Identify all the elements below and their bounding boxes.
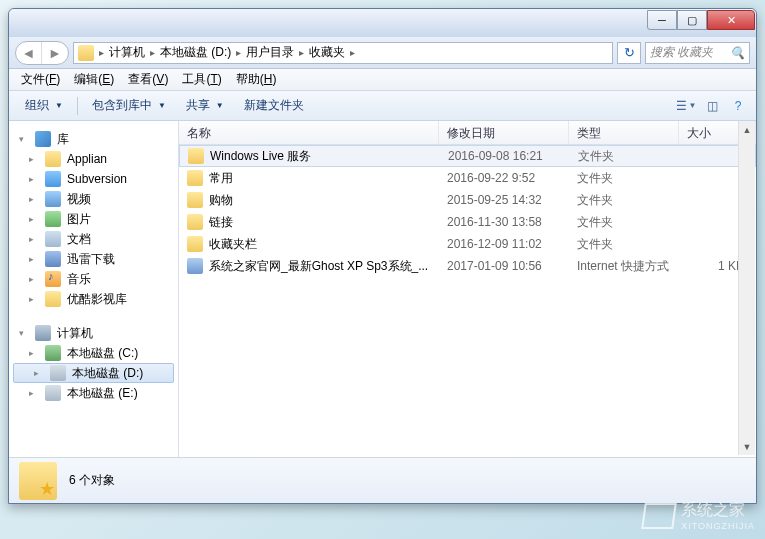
expand-icon[interactable]: ▸ bbox=[29, 214, 39, 224]
expand-icon[interactable]: ▸ bbox=[29, 274, 39, 284]
menu-edit[interactable]: 编辑(E) bbox=[68, 69, 120, 90]
expand-icon[interactable]: ▸ bbox=[29, 234, 39, 244]
vertical-scrollbar[interactable]: ▲ ▼ bbox=[738, 121, 755, 455]
window-controls: ─ ▢ ✕ bbox=[647, 10, 755, 30]
tree-item-drive-d[interactable]: ▸本地磁盘 (D:) bbox=[13, 363, 174, 383]
menu-help[interactable]: 帮助(H) bbox=[230, 69, 283, 90]
file-row[interactable]: 常用2016-09-22 9:52文件夹 bbox=[179, 167, 756, 189]
file-list[interactable]: Windows Live 服务2016-09-08 16:21文件夹常用2016… bbox=[179, 145, 756, 457]
collapse-icon[interactable]: ▾ bbox=[19, 328, 29, 338]
close-button[interactable]: ✕ bbox=[707, 10, 755, 30]
expand-icon[interactable]: ▸ bbox=[29, 154, 39, 164]
tree-item[interactable]: ▸图片 bbox=[9, 209, 178, 229]
tree-item[interactable]: ▸音乐 bbox=[9, 269, 178, 289]
file-pane: 名称 修改日期 类型 大小 Windows Live 服务2016-09-08 … bbox=[179, 121, 756, 457]
search-input[interactable]: 搜索 收藏夹 🔍 bbox=[645, 42, 750, 64]
refresh-button[interactable]: ↻ bbox=[617, 42, 641, 64]
file-row[interactable]: 系统之家官网_最新Ghost XP Sp3系统_...2017-01-09 10… bbox=[179, 255, 756, 277]
file-date: 2016-12-09 11:02 bbox=[439, 237, 569, 251]
expand-icon[interactable]: ▸ bbox=[29, 194, 39, 204]
breadcrumb-item[interactable]: 用户目录 bbox=[246, 44, 294, 61]
chevron-right-icon: ▸ bbox=[347, 47, 358, 58]
download-icon bbox=[45, 251, 61, 267]
chevron-right-icon: ▸ bbox=[147, 47, 158, 58]
file-row[interactable]: 收藏夹栏2016-12-09 11:02文件夹 bbox=[179, 233, 756, 255]
chevron-down-icon: ▼ bbox=[158, 101, 166, 110]
pictures-icon bbox=[45, 211, 61, 227]
breadcrumb[interactable]: ▸ 计算机 ▸ 本地磁盘 (D:) ▸ 用户目录 ▸ 收藏夹 ▸ bbox=[73, 42, 613, 64]
chevron-down-icon: ▼ bbox=[55, 101, 63, 110]
breadcrumb-item[interactable]: 计算机 bbox=[109, 44, 145, 61]
tree-item[interactable]: ▸Subversion bbox=[9, 169, 178, 189]
view-options-button[interactable]: ☰▼ bbox=[676, 96, 696, 116]
tree-item[interactable]: ▸迅雷下载 bbox=[9, 249, 178, 269]
file-name: Windows Live 服务 bbox=[210, 148, 311, 165]
column-type[interactable]: 类型 bbox=[569, 121, 679, 144]
file-date: 2016-11-30 13:58 bbox=[439, 215, 569, 229]
nav-buttons: ◄ ► bbox=[15, 41, 69, 65]
share-button[interactable]: 共享▼ bbox=[178, 94, 232, 117]
tree-item[interactable]: ▸优酷影视库 bbox=[9, 289, 178, 309]
file-type: 文件夹 bbox=[570, 148, 680, 165]
new-folder-button[interactable]: 新建文件夹 bbox=[236, 94, 312, 117]
tree-item[interactable]: ▸文档 bbox=[9, 229, 178, 249]
folder-icon bbox=[187, 214, 203, 230]
back-button[interactable]: ◄ bbox=[16, 42, 42, 64]
column-date[interactable]: 修改日期 bbox=[439, 121, 569, 144]
tree-group-computer: ▾计算机 ▸本地磁盘 (C:) ▸本地磁盘 (D:) ▸本地磁盘 (E:) bbox=[9, 323, 178, 403]
include-library-button[interactable]: 包含到库中▼ bbox=[84, 94, 174, 117]
folder-icon bbox=[78, 45, 94, 61]
menu-tools[interactable]: 工具(T) bbox=[176, 69, 227, 90]
tree-libraries[interactable]: ▾库 bbox=[9, 129, 178, 149]
file-name: 链接 bbox=[209, 214, 233, 231]
forward-button[interactable]: ► bbox=[42, 42, 68, 64]
scroll-up-button[interactable]: ▲ bbox=[739, 121, 755, 138]
file-type: 文件夹 bbox=[569, 236, 679, 253]
column-name[interactable]: 名称 bbox=[179, 121, 439, 144]
scroll-down-button[interactable]: ▼ bbox=[739, 438, 755, 455]
folder-icon bbox=[45, 151, 61, 167]
expand-icon[interactable]: ▸ bbox=[29, 388, 39, 398]
file-row[interactable]: Windows Live 服务2016-09-08 16:21文件夹 bbox=[179, 145, 756, 167]
file-row[interactable]: 链接2016-11-30 13:58文件夹 bbox=[179, 211, 756, 233]
tree-computer[interactable]: ▾计算机 bbox=[9, 323, 178, 343]
file-name: 系统之家官网_最新Ghost XP Sp3系统_... bbox=[209, 258, 428, 275]
watermark: 系统之家 XITONGZHIJIA bbox=[643, 500, 755, 531]
breadcrumb-item[interactable]: 本地磁盘 (D:) bbox=[160, 44, 231, 61]
menubar: 文件(F) 编辑(E) 查看(V) 工具(T) 帮助(H) bbox=[9, 69, 756, 91]
tree-item-drive-e[interactable]: ▸本地磁盘 (E:) bbox=[9, 383, 178, 403]
file-type: Internet 快捷方式 bbox=[569, 258, 679, 275]
file-row[interactable]: 购物2015-09-25 14:32文件夹 bbox=[179, 189, 756, 211]
tree-item[interactable]: ▸Applian bbox=[9, 149, 178, 169]
file-date: 2017-01-09 10:56 bbox=[439, 259, 569, 273]
expand-icon[interactable]: ▸ bbox=[29, 294, 39, 304]
organize-button[interactable]: 组织▼ bbox=[17, 94, 71, 117]
watermark-logo-icon bbox=[641, 503, 677, 529]
tree-item[interactable]: ▸视频 bbox=[9, 189, 178, 209]
menu-view[interactable]: 查看(V) bbox=[122, 69, 174, 90]
menu-file[interactable]: 文件(F) bbox=[15, 69, 66, 90]
status-count: 6 个对象 bbox=[69, 472, 115, 489]
expand-icon[interactable]: ▸ bbox=[34, 368, 44, 378]
chevron-right-icon: ▸ bbox=[96, 47, 107, 58]
breadcrumb-item[interactable]: 收藏夹 bbox=[309, 44, 345, 61]
help-button[interactable]: ? bbox=[728, 96, 748, 116]
expand-icon[interactable]: ▸ bbox=[29, 348, 39, 358]
minimize-button[interactable]: ─ bbox=[647, 10, 677, 30]
file-type: 文件夹 bbox=[569, 192, 679, 209]
tree-item-drive-c[interactable]: ▸本地磁盘 (C:) bbox=[9, 343, 178, 363]
explorer-window: ─ ▢ ✕ ◄ ► ▸ 计算机 ▸ 本地磁盘 (D:) ▸ 用户目录 ▸ 收藏夹… bbox=[8, 8, 757, 504]
preview-pane-button[interactable]: ◫ bbox=[702, 96, 722, 116]
favorites-folder-icon bbox=[19, 462, 57, 500]
subversion-icon bbox=[45, 171, 61, 187]
expand-icon[interactable]: ▸ bbox=[29, 174, 39, 184]
maximize-button[interactable]: ▢ bbox=[677, 10, 707, 30]
libraries-icon bbox=[35, 131, 51, 147]
expand-icon[interactable]: ▸ bbox=[29, 254, 39, 264]
file-name: 常用 bbox=[209, 170, 233, 187]
music-icon bbox=[45, 271, 61, 287]
file-type: 文件夹 bbox=[569, 170, 679, 187]
tree-group-libraries: ▾库 ▸Applian ▸Subversion ▸视频 ▸图片 ▸文档 ▸迅雷下… bbox=[9, 129, 178, 309]
collapse-icon[interactable]: ▾ bbox=[19, 134, 29, 144]
documents-icon bbox=[45, 231, 61, 247]
